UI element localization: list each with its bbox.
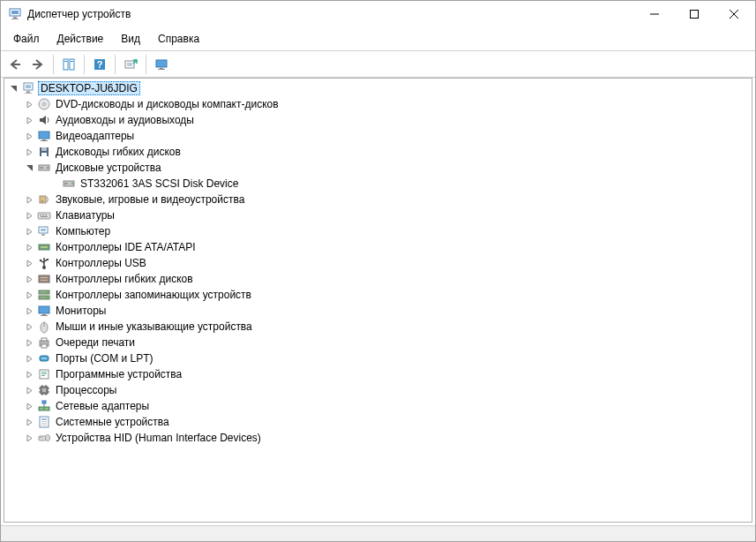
expand-icon[interactable] bbox=[22, 415, 36, 429]
tree-category-label: Контроллеры USB bbox=[54, 257, 148, 269]
expand-icon[interactable] bbox=[22, 113, 36, 127]
svg-rect-13 bbox=[71, 61, 73, 62]
expand-icon[interactable] bbox=[22, 145, 36, 159]
toolbar: ? bbox=[1, 51, 755, 78]
svg-rect-28 bbox=[42, 139, 46, 140]
tree-category[interactable]: Аудиовходы и аудиовыходы bbox=[4, 112, 752, 128]
tree-category[interactable]: Клавиатуры bbox=[4, 207, 752, 223]
svg-rect-64 bbox=[39, 306, 49, 313]
toolbar-monitor-button[interactable] bbox=[151, 54, 172, 75]
tree-category[interactable]: Мыши и иные указывающие устройства bbox=[4, 319, 752, 335]
svg-rect-29 bbox=[41, 140, 48, 141]
svg-rect-50 bbox=[41, 246, 48, 248]
tree-category[interactable]: Сетевые адаптеры bbox=[4, 398, 752, 414]
expand-icon[interactable] bbox=[22, 288, 36, 302]
expand-icon[interactable] bbox=[22, 208, 36, 222]
toolbar-help-button[interactable]: ? bbox=[89, 54, 110, 75]
tree-category[interactable]: Программные устройства bbox=[4, 366, 752, 382]
expand-icon[interactable] bbox=[22, 399, 36, 413]
svg-point-55 bbox=[40, 260, 41, 261]
computer-icon bbox=[20, 81, 36, 95]
expand-icon[interactable] bbox=[22, 256, 36, 270]
tree-category[interactable]: Контроллеры запоминающих устройств bbox=[4, 287, 752, 303]
expand-icon[interactable] bbox=[22, 367, 36, 381]
svg-point-34 bbox=[47, 167, 49, 169]
svg-rect-47 bbox=[41, 229, 46, 231]
tree-category[interactable]: Мониторы bbox=[4, 303, 752, 319]
svg-point-63 bbox=[47, 297, 49, 298]
svg-rect-100 bbox=[39, 436, 46, 440]
tree-category[interactable]: Процессоры bbox=[4, 382, 752, 398]
close-button[interactable] bbox=[714, 2, 753, 26]
menu-file[interactable]: Файл bbox=[6, 29, 47, 49]
expand-icon[interactable] bbox=[22, 97, 36, 111]
tree-category[interactable]: Контроллеры IDE ATA/ATAPI bbox=[4, 239, 752, 255]
expand-icon[interactable] bbox=[6, 81, 20, 95]
tree-category[interactable]: Звуковые, игровые и видеоустройства bbox=[4, 192, 752, 207]
expand-icon[interactable] bbox=[22, 240, 36, 254]
expand-icon[interactable] bbox=[22, 335, 36, 350]
svg-rect-11 bbox=[70, 59, 74, 70]
svg-rect-5 bbox=[690, 11, 698, 19]
minimize-button[interactable] bbox=[634, 2, 674, 26]
svg-rect-38 bbox=[64, 183, 68, 184]
svg-point-40 bbox=[41, 200, 43, 202]
toolbar-forward-button[interactable] bbox=[27, 54, 49, 75]
tree-category[interactable]: Видеоадаптеры bbox=[4, 128, 752, 144]
svg-rect-66 bbox=[41, 315, 48, 316]
disc-icon bbox=[36, 97, 52, 111]
tree-device[interactable]: ST332061 3AS SCSI Disk Device bbox=[4, 176, 752, 192]
expand-icon[interactable] bbox=[22, 161, 36, 175]
tree-category[interactable]: Компьютер bbox=[4, 223, 752, 239]
svg-rect-78 bbox=[41, 373, 47, 374]
svg-point-101 bbox=[46, 435, 50, 441]
speaker-icon bbox=[36, 113, 52, 127]
expand-icon[interactable] bbox=[22, 272, 36, 286]
titlebar: Диспетчер устройств bbox=[1, 1, 755, 27]
tree-category[interactable]: Контроллеры USB bbox=[4, 255, 752, 271]
expand-icon[interactable] bbox=[22, 224, 36, 238]
toolbar-show-hide-button[interactable] bbox=[58, 54, 79, 75]
tree-category[interactable]: DVD-дисководы и дисководы компакт-дисков bbox=[4, 96, 752, 112]
tree-category[interactable]: Порты (COM и LPT) bbox=[4, 350, 752, 366]
menu-view[interactable]: Вид bbox=[114, 29, 147, 49]
toolbar-separator bbox=[84, 55, 85, 74]
storage-icon bbox=[36, 288, 52, 302]
toolbar-separator bbox=[115, 55, 116, 74]
svg-rect-32 bbox=[41, 153, 47, 156]
tree-category[interactable]: Дисководы гибких дисков bbox=[4, 144, 752, 160]
svg-rect-17 bbox=[127, 63, 132, 66]
tree-category-label: Программные устройства bbox=[54, 368, 183, 380]
svg-point-75 bbox=[45, 358, 47, 359]
expand-icon[interactable] bbox=[22, 192, 36, 207]
svg-rect-10 bbox=[64, 59, 68, 70]
expand-icon[interactable] bbox=[22, 320, 36, 334]
expand-icon[interactable] bbox=[22, 431, 36, 445]
tree-category-label: Сетевые адаптеры bbox=[54, 400, 151, 412]
svg-rect-27 bbox=[39, 132, 49, 139]
tree-root[interactable]: DESKTOP-JU6JDIG bbox=[4, 80, 752, 96]
menu-action[interactable]: Действие bbox=[50, 29, 111, 49]
window-title: Диспетчер устройств bbox=[27, 8, 634, 20]
expand-icon[interactable] bbox=[22, 383, 36, 397]
tree-category[interactable]: Очереди печати bbox=[4, 335, 752, 350]
tree-category[interactable]: Системные устройства bbox=[4, 414, 752, 430]
expand-icon[interactable] bbox=[22, 129, 36, 143]
expand-icon[interactable] bbox=[22, 304, 36, 318]
maximize-button[interactable] bbox=[674, 2, 714, 26]
menu-help[interactable]: Справка bbox=[151, 29, 206, 49]
tree-category-label: Мониторы bbox=[54, 305, 108, 317]
svg-rect-1 bbox=[11, 11, 19, 14]
tree-category-label: Системные устройства bbox=[54, 416, 171, 428]
hid-icon bbox=[36, 431, 52, 445]
svg-rect-59 bbox=[41, 280, 48, 281]
hdd-icon bbox=[61, 177, 77, 191]
tree-category[interactable]: Устройства HID (Human Interface Devices) bbox=[4, 430, 752, 446]
toolbar-scan-button[interactable] bbox=[120, 54, 141, 75]
network-icon bbox=[36, 399, 52, 413]
toolbar-back-button[interactable] bbox=[4, 54, 26, 75]
tree-content[interactable]: DESKTOP-JU6JDIG DVD-дисководы и дисковод… bbox=[4, 78, 752, 523]
tree-category[interactable]: Дисковые устройства bbox=[4, 160, 752, 176]
tree-category[interactable]: Контроллеры гибких дисков bbox=[4, 271, 752, 287]
expand-icon[interactable] bbox=[22, 351, 36, 365]
